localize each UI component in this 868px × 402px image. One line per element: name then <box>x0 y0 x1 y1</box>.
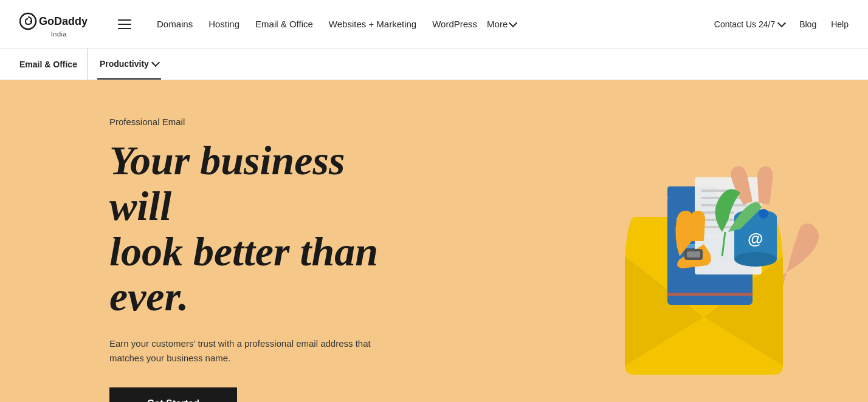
chevron-down-icon <box>777 19 786 27</box>
svg-point-19 <box>734 252 777 267</box>
nav-links: Domains Hosting Email & Office Websites … <box>151 19 516 30</box>
hero-section: Professional Email Your business will lo… <box>0 80 868 402</box>
nav-item-websites-marketing[interactable]: Websites + Marketing <box>323 19 422 30</box>
get-started-button[interactable]: Get Started <box>109 387 237 402</box>
nav-item-email-office[interactable]: Email & Office <box>249 19 319 30</box>
nav-item-wordpress[interactable]: WordPress <box>426 19 483 30</box>
hero-eyebrow: Professional Email <box>109 117 413 127</box>
hero-description: Earn your customers' trust with a profes… <box>109 336 389 366</box>
nav-link-domains[interactable]: Domains <box>151 15 199 33</box>
nav-more-dropdown[interactable]: More <box>487 19 516 29</box>
envelope-illustration: @ <box>588 98 819 378</box>
nav-item-more[interactable]: More <box>487 19 516 29</box>
godaddy-logo[interactable]: GoDaddy GoDaddy <box>19 11 98 32</box>
blog-link[interactable]: Blog <box>799 19 816 29</box>
chevron-down-icon <box>151 58 160 67</box>
logo-area: GoDaddy GoDaddy India <box>19 11 98 38</box>
svg-text:GoDaddy: GoDaddy <box>39 15 88 27</box>
hero-title: Your business will look better than ever… <box>109 138 413 319</box>
contact-us-button[interactable]: Contact Us 24/7 <box>714 19 785 29</box>
nav-link-wordpress[interactable]: WordPress <box>426 15 483 33</box>
hero-illustration: @ <box>588 98 819 378</box>
svg-rect-24 <box>687 251 700 257</box>
nav-item-domains[interactable]: Domains <box>151 19 199 30</box>
chevron-down-icon <box>509 19 517 27</box>
hamburger-line <box>118 28 131 29</box>
nav-link-websites-marketing[interactable]: Websites + Marketing <box>323 15 422 33</box>
svg-rect-9 <box>667 293 753 296</box>
hamburger-line <box>118 24 131 25</box>
logo-india: India <box>51 30 67 38</box>
main-nav: Domains Hosting Email & Office Websites … <box>151 19 516 30</box>
hamburger-line <box>118 19 131 21</box>
header-right: Contact Us 24/7 Blog Help <box>714 19 849 29</box>
hamburger-button[interactable] <box>115 17 134 32</box>
help-link[interactable]: Help <box>831 19 849 29</box>
svg-point-0 <box>20 13 36 29</box>
svg-point-22 <box>759 209 768 219</box>
nav-link-email-office[interactable]: Email & Office <box>249 15 319 33</box>
sub-nav: Email & Office Productivity <box>0 49 868 80</box>
sub-nav-email-office[interactable]: Email & Office <box>19 49 88 80</box>
hero-content: Professional Email Your business will lo… <box>0 80 413 402</box>
svg-text:@: @ <box>748 230 763 248</box>
header-left: GoDaddy GoDaddy India Domains Hosting <box>19 11 516 38</box>
logo-svg: GoDaddy <box>19 11 98 32</box>
sub-nav-productivity-dropdown[interactable]: Productivity <box>97 49 161 80</box>
nav-item-hosting[interactable]: Hosting <box>202 19 246 30</box>
main-header: GoDaddy GoDaddy India Domains Hosting <box>0 0 868 49</box>
nav-link-hosting[interactable]: Hosting <box>202 15 246 33</box>
